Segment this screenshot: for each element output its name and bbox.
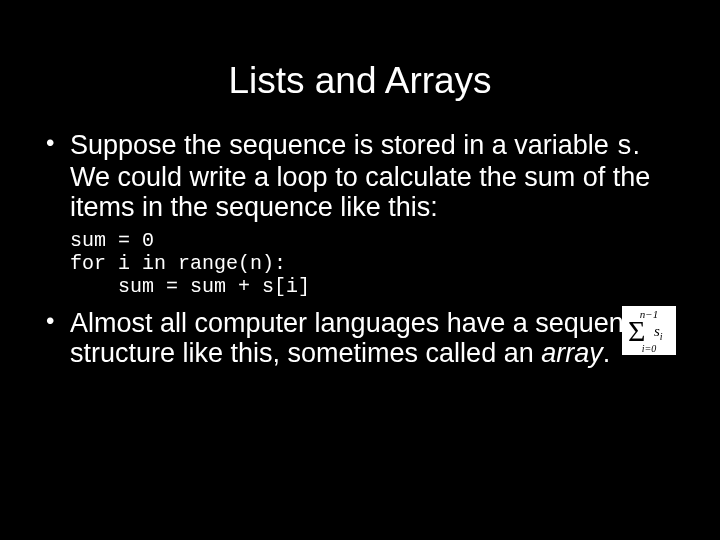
slide-content: Suppose the sequence is stored in a vari… [40,130,680,368]
sigma-symbol: Σ [628,316,645,346]
bullet-item-1: Suppose the sequence is stored in a vari… [40,130,680,223]
bullet-list-2: Almost all computer languages have a seq… [40,308,680,368]
bullet1-code-var: s [616,132,632,162]
slide-title: Lists and Arrays [0,60,720,102]
bullet-list: Suppose the sequence is stored in a vari… [40,130,680,223]
slide: Lists and Arrays Suppose the sequence is… [0,60,720,540]
bullet1-text-pre: Suppose the sequence is stored in a vari… [70,130,616,160]
bullet-item-2: Almost all computer languages have a seq… [40,308,680,368]
summation-formula: n−1 Σ si i=0 [622,306,676,355]
code-block: sum = 0 for i in range(n): sum = sum + s… [70,229,680,298]
bullet2-text-post: . [603,338,611,368]
sigma-term: si [654,323,663,342]
bullet2-emphasis: array [541,338,603,368]
sigma-lower-limit: i=0 [622,343,676,354]
